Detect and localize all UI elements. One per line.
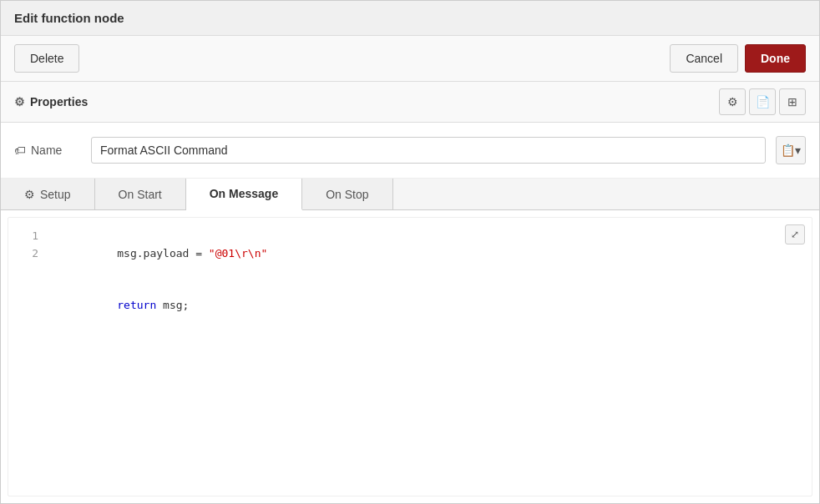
name-label-text: Name (31, 144, 62, 157)
settings-icon-button[interactable]: ⚙ (719, 88, 746, 115)
code-line-1-var: msg.payload = (117, 247, 209, 260)
tabs-row: ⚙ Setup On Start On Message On Stop (1, 179, 819, 210)
cancel-button[interactable]: Cancel (670, 44, 738, 73)
line-num-2: 2 (22, 245, 38, 263)
tag-icon: 🏷 (14, 144, 26, 157)
code-editor[interactable]: 1 2 msg.payload = "@01\r\n" return msg; … (8, 217, 812, 496)
delete-button[interactable]: Delete (14, 44, 79, 73)
code-line-1: msg.payload = "@01\r\n" (52, 228, 798, 280)
properties-label-text: Properties (30, 95, 88, 108)
grid-icon-button[interactable]: ⊞ (779, 88, 806, 115)
edit-function-dialog: Edit function node Delete Cancel Done ⚙ … (0, 0, 820, 504)
dialog-content: ⚙ Properties ⚙ 📄 ⊞ 🏷 Name 📋▾ ⚙ Setup (1, 82, 819, 503)
name-label: 🏷 Name (14, 144, 81, 157)
code-line-1-string: "@01\r\n" (209, 247, 267, 260)
tab-on-stop-label: On Stop (326, 188, 368, 201)
tab-on-message[interactable]: On Message (186, 179, 302, 210)
code-line-2-keyword: return (117, 299, 163, 311)
code-line-2: return msg; (52, 280, 798, 331)
expand-button[interactable]: ⤢ (785, 224, 805, 244)
tab-setup-label: Setup (40, 188, 71, 201)
code-line-2-val: msg; (163, 299, 189, 311)
toolbar-right: Cancel Done (670, 44, 806, 73)
dialog-title: Edit function node (1, 1, 819, 36)
setup-gear-icon: ⚙ (24, 188, 35, 201)
tab-on-message-label: On Message (210, 187, 278, 200)
tab-setup[interactable]: ⚙ Setup (1, 179, 95, 209)
done-button[interactable]: Done (745, 44, 806, 73)
name-input[interactable] (91, 137, 766, 164)
file-icon-button[interactable]: 📄 (749, 88, 776, 115)
tab-on-stop[interactable]: On Stop (302, 179, 392, 209)
properties-gear-icon: ⚙ (14, 95, 25, 108)
copy-button[interactable]: 📋▾ (776, 136, 806, 164)
line-numbers: 1 2 (22, 228, 38, 486)
dialog-toolbar: Delete Cancel Done (1, 36, 819, 82)
tab-on-start-label: On Start (119, 188, 162, 201)
name-row: 🏷 Name 📋▾ (1, 123, 819, 179)
dialog-title-text: Edit function node (14, 11, 124, 25)
line-num-1: 1 (22, 228, 38, 245)
code-lines: msg.payload = "@01\r\n" return msg; (52, 228, 798, 486)
properties-label: ⚙ Properties (14, 95, 88, 108)
tab-on-start[interactable]: On Start (95, 179, 186, 209)
properties-bar: ⚙ Properties ⚙ 📄 ⊞ (1, 82, 819, 123)
properties-icons: ⚙ 📄 ⊞ (719, 88, 806, 115)
